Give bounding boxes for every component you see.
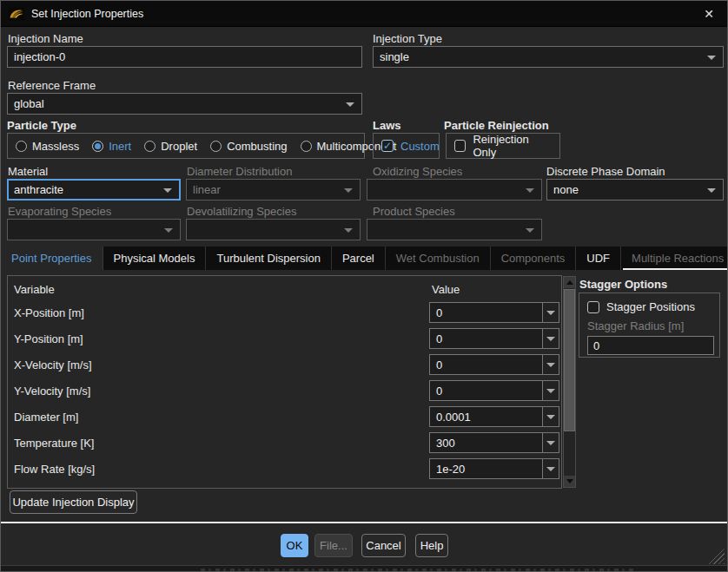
- tab-point-properties[interactable]: Point Properties: [1, 247, 103, 270]
- chevron-down-icon: [346, 102, 354, 107]
- stagger-radius-input[interactable]: [587, 336, 714, 355]
- chevron-down-icon: [344, 188, 353, 193]
- set-injection-properties-dialog: Set Injection Properties ✕ Injection Nam…: [0, 0, 728, 572]
- chevron-down-icon[interactable]: [543, 432, 559, 453]
- diameter-input[interactable]: 0.0001: [429, 406, 543, 427]
- background-window-text-sliver: [201, 569, 635, 572]
- injection-type-label: Injection Type: [373, 32, 442, 45]
- row-label-y-velocity: Y-Velocity [m/s]: [14, 385, 90, 398]
- particle-reinjection-label: Particle Reinjection: [444, 119, 549, 132]
- scrollbar-down-icon[interactable]: [564, 476, 575, 487]
- tab-turbulent-dispersion[interactable]: Turbulent Dispersion: [206, 247, 331, 270]
- close-icon[interactable]: ✕: [701, 6, 717, 22]
- stagger-positions-checkbox[interactable]: Stagger Positions: [587, 300, 714, 313]
- flow-rate-input[interactable]: 1e-20: [429, 458, 543, 479]
- y-velocity-input-group: 0: [429, 380, 559, 401]
- laws-label: Laws: [373, 119, 401, 132]
- table-scrollbar[interactable]: [563, 276, 576, 488]
- oxidizing-species-label: Oxidizing Species: [373, 165, 462, 178]
- devolatilizing-species-label: Devolatilizing Species: [187, 205, 296, 218]
- particle-reinjection-group: Reinjection Only: [446, 133, 560, 159]
- row-label-diameter: Diameter [m]: [14, 411, 78, 424]
- tab-physical-models[interactable]: Physical Models: [103, 247, 207, 270]
- chevron-down-icon: [707, 188, 716, 193]
- diameter-distribution-label: Diameter Distribution: [187, 165, 292, 178]
- injection-name-input[interactable]: [7, 46, 362, 68]
- radio-massless[interactable]: Massless: [16, 140, 79, 153]
- titlebar[interactable]: Set Injection Properties ✕: [1, 1, 727, 27]
- point-properties-table: Variable Value X-Position [m] 0 Y-Positi…: [7, 275, 562, 489]
- variable-column-header: Variable: [14, 283, 55, 296]
- fluent-logo-icon: [9, 7, 24, 21]
- product-species-dropdown: [367, 219, 542, 240]
- tab-multiple-reactions: Multiple Reactions: [621, 247, 728, 270]
- tab-components: Components: [491, 247, 577, 270]
- y-position-input[interactable]: 0: [429, 328, 543, 349]
- discrete-phase-domain-dropdown[interactable]: none: [546, 179, 724, 201]
- checkbox-unchecked-icon: [587, 301, 599, 313]
- x-position-input-group: 0: [429, 302, 559, 323]
- chevron-down-icon[interactable]: [543, 302, 559, 323]
- chevron-down-icon: [163, 188, 172, 193]
- evaporating-species-dropdown: [7, 219, 181, 240]
- checkbox-unchecked-icon: [454, 140, 466, 152]
- particle-type-radio-group: Massless Inert Droplet Combusting Multic…: [7, 133, 365, 159]
- separator: [1, 522, 728, 523]
- cancel-button[interactable]: Cancel: [361, 534, 406, 557]
- reference-frame-dropdown[interactable]: global: [7, 93, 362, 115]
- chevron-down-icon[interactable]: [543, 328, 559, 349]
- row-label-flow-rate: Flow Rate [kg/s]: [14, 463, 95, 476]
- injection-type-dropdown[interactable]: single: [373, 46, 724, 68]
- y-velocity-input[interactable]: 0: [429, 380, 543, 401]
- injection-name-label: Injection Name: [8, 32, 83, 45]
- resize-grip[interactable]: [705, 549, 725, 564]
- chevron-down-icon[interactable]: [543, 458, 559, 479]
- diameter-input-group: 0.0001: [429, 406, 559, 427]
- radio-icon: [301, 141, 312, 152]
- chevron-down-icon: [526, 228, 534, 233]
- radio-icon: [210, 141, 222, 152]
- radio-icon: [16, 141, 27, 152]
- x-position-input[interactable]: 0: [429, 302, 543, 323]
- reference-frame-label: Reference Frame: [8, 79, 96, 92]
- product-species-label: Product Species: [373, 205, 455, 218]
- devolatilizing-species-dropdown: [186, 219, 361, 240]
- chevron-down-icon: [526, 188, 534, 193]
- file-button: File...: [314, 534, 353, 557]
- tab-pane-top-border: [623, 268, 728, 270]
- tab-wet-combustion: Wet Combustion: [386, 247, 491, 270]
- chevron-down-icon[interactable]: [543, 380, 559, 401]
- tab-udf[interactable]: UDF: [576, 247, 621, 270]
- scrollbar-up-icon[interactable]: [564, 277, 575, 288]
- radio-inert[interactable]: Inert: [92, 140, 131, 153]
- radio-combusting[interactable]: Combusting: [210, 140, 287, 153]
- row-label-x-velocity: X-Velocity [m/s]: [14, 358, 92, 371]
- tab-parcel[interactable]: Parcel: [332, 247, 386, 270]
- flow-rate-input-group: 1e-20: [429, 458, 559, 479]
- temperature-input[interactable]: 300: [429, 432, 543, 453]
- radio-droplet[interactable]: Droplet: [144, 140, 197, 153]
- reinjection-only-checkbox[interactable]: Reinjection Only: [454, 133, 552, 159]
- scrollbar-thumb[interactable]: [564, 289, 575, 431]
- discrete-phase-domain-label: Discrete Phase Domain: [546, 165, 665, 178]
- radio-selected-icon: [92, 141, 103, 152]
- update-injection-display-button[interactable]: Update Injection Display: [10, 490, 137, 514]
- chevron-down-icon: [344, 228, 353, 233]
- ok-button[interactable]: OK: [281, 534, 308, 557]
- evaporating-species-label: Evaporating Species: [8, 205, 111, 218]
- chevron-down-icon: [164, 228, 173, 233]
- temperature-input-group: 300: [429, 432, 559, 453]
- chevron-down-icon[interactable]: [543, 406, 559, 427]
- material-label: Material: [8, 165, 48, 178]
- laws-group: ✓ Custom: [373, 133, 440, 159]
- material-dropdown[interactable]: anthracite: [7, 179, 181, 201]
- diameter-distribution-dropdown: linear: [186, 179, 361, 201]
- window-title: Set Injection Properties: [31, 8, 143, 20]
- chevron-down-icon: [707, 56, 716, 60]
- particle-type-label: Particle Type: [7, 119, 76, 132]
- row-label-temperature: Temperature [K]: [14, 437, 95, 450]
- chevron-down-icon[interactable]: [543, 354, 559, 375]
- help-button[interactable]: Help: [415, 534, 448, 557]
- custom-laws-checkbox[interactable]: ✓ Custom: [381, 140, 440, 153]
- x-velocity-input[interactable]: 0: [429, 354, 543, 375]
